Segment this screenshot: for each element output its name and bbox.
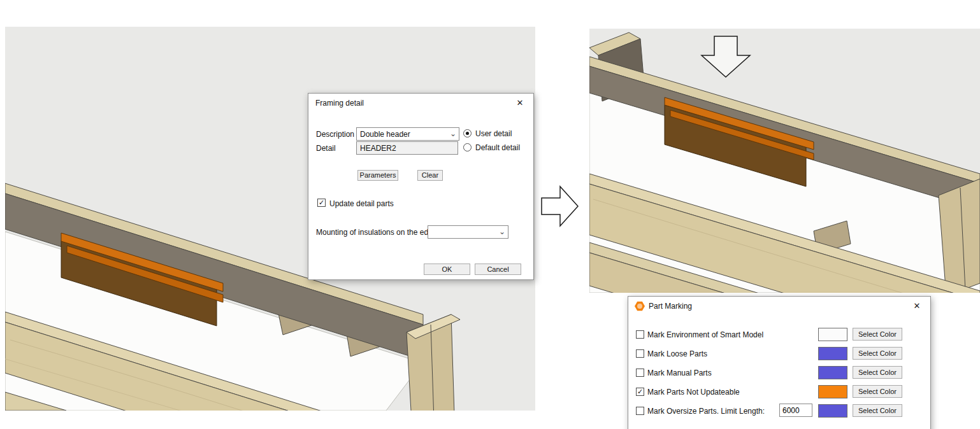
- cancel-button[interactable]: Cancel: [475, 264, 521, 275]
- user-detail-radio[interactable]: User detail: [463, 129, 512, 138]
- description-value: Double header: [360, 130, 410, 139]
- close-icon[interactable]: ✕: [904, 297, 930, 316]
- ok-button[interactable]: OK: [424, 264, 470, 275]
- detail-label: Detail: [316, 144, 336, 153]
- framing-dialog-title: Framing detail: [315, 99, 364, 108]
- update-detail-parts-checkbox[interactable]: [317, 199, 326, 207]
- part-marking-title: Part Marking: [649, 302, 692, 311]
- select-color-button[interactable]: Select Color: [853, 385, 902, 398]
- mark-loose-parts-checkbox[interactable]: [636, 349, 644, 358]
- mark-environment-checkbox[interactable]: [636, 330, 644, 339]
- select-color-button[interactable]: Select Color: [853, 328, 902, 341]
- select-color-button[interactable]: Select Color: [853, 347, 902, 360]
- description-label: Description: [316, 130, 354, 139]
- part-marking-app-icon: [635, 301, 645, 311]
- framing-dialog-titlebar[interactable]: Framing detail ✕: [308, 94, 533, 113]
- detail-field[interactable]: HEADER2: [356, 141, 458, 155]
- close-icon[interactable]: ✕: [507, 94, 533, 113]
- right-3d-viewport[interactable]: [589, 29, 980, 293]
- parameters-button[interactable]: Parameters: [357, 170, 398, 181]
- pm-row-not-updateable: Mark Parts Not Updateable Select Color: [628, 385, 930, 399]
- pm-row-manual-parts: Mark Manual Parts Select Color: [628, 366, 930, 380]
- oversize-color-swatch: [818, 404, 847, 418]
- environment-color-swatch: [818, 328, 847, 341]
- description-combo[interactable]: Double header ⌄: [356, 127, 459, 141]
- pm-row-oversize: Mark Oversize Parts. Limit Length: Selec…: [628, 404, 930, 418]
- radio-icon: [463, 129, 472, 137]
- part-marking-dialog: Part Marking ✕ Mark Environment of Smart…: [628, 296, 931, 429]
- default-detail-label: Default detail: [475, 143, 520, 152]
- end-rim: [939, 179, 980, 293]
- not-updateable-color-swatch: [818, 385, 847, 398]
- user-detail-label: User detail: [475, 129, 512, 138]
- mark-manual-parts-checkbox[interactable]: [636, 369, 644, 377]
- update-detail-parts-label: Update detail parts: [329, 199, 394, 208]
- mark-environment-label: Mark Environment of Smart Model: [647, 330, 763, 339]
- transition-arrow-icon: [541, 185, 579, 227]
- mark-parts-not-updateable-label: Mark Parts Not Updateable: [647, 388, 740, 397]
- mark-manual-parts-label: Mark Manual Parts: [647, 369, 712, 377]
- mounting-insulations-label: Mounting of insulations on the edge: [316, 228, 436, 237]
- mounting-insulations-combo[interactable]: ⌄: [428, 225, 508, 239]
- select-color-button[interactable]: Select Color: [853, 366, 902, 379]
- select-color-button[interactable]: Select Color: [853, 404, 902, 417]
- default-detail-radio[interactable]: Default detail: [463, 143, 520, 152]
- part-marking-titlebar[interactable]: Part Marking ✕: [628, 297, 930, 316]
- framing-detail-dialog: Framing detail ✕ Description Double head…: [308, 93, 534, 280]
- chevron-down-icon: ⌄: [450, 128, 456, 140]
- manual-parts-color-swatch: [818, 366, 847, 379]
- chevron-down-icon: ⌄: [499, 226, 505, 238]
- framing-model-after: [589, 29, 980, 293]
- mark-oversize-parts-label: Mark Oversize Parts. Limit Length:: [647, 407, 765, 416]
- limit-length-input[interactable]: [779, 404, 812, 417]
- pm-row-loose-parts: Mark Loose Parts Select Color: [628, 347, 930, 361]
- pm-row-environment: Mark Environment of Smart Model Select C…: [628, 328, 930, 342]
- mark-loose-parts-label: Mark Loose Parts: [647, 349, 707, 358]
- loose-parts-color-swatch: [818, 347, 847, 360]
- clear-button[interactable]: Clear: [417, 170, 443, 181]
- radio-icon: [463, 143, 472, 151]
- mark-oversize-parts-checkbox[interactable]: [636, 407, 644, 415]
- mark-parts-not-updateable-checkbox[interactable]: [636, 388, 644, 396]
